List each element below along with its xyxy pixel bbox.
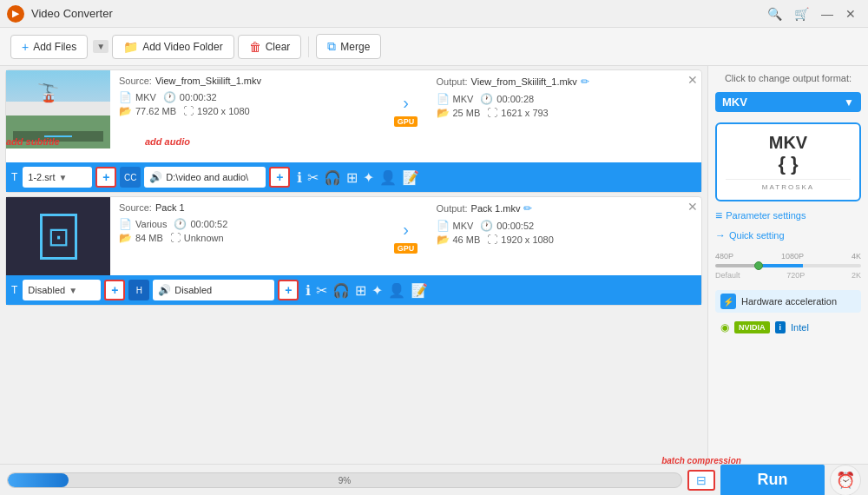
thumbnail-1: 🚡 <box>6 70 110 148</box>
quality-labels-bottom: Default 720P 2K <box>715 271 861 280</box>
format-preview-text: MKV <box>726 133 851 153</box>
add-files-dropdown[interactable]: ▼ <box>93 40 108 53</box>
batch-area: batch compression ⊟ <box>687 470 715 491</box>
progress-text: 9% <box>339 475 351 485</box>
main-area: 🚡 Source: View_from_Skiilift_1.mkv 📄 MKV <box>0 66 868 464</box>
schedule-button[interactable]: ⏰ <box>830 465 861 496</box>
cc-btn-1[interactable]: CC <box>120 167 141 188</box>
param-settings-icon: ≡ <box>715 208 722 222</box>
out-dur-1: 🕐 00:00:28 <box>480 93 534 105</box>
subtitle-select-2[interactable]: Disabled ▼ <box>23 280 101 300</box>
output-meta-2: 📄 MKV 🕐 00:00:52 <box>437 220 694 232</box>
res-icon-1: ⛶ <box>183 105 194 117</box>
intel-badge-icon: i <box>775 321 786 333</box>
h-btn-2[interactable]: H <box>128 280 149 300</box>
close-file-1[interactable]: ✕ <box>687 74 698 86</box>
app-icon: ▶ <box>7 5 24 23</box>
out-format-icon-1: 📄 <box>437 93 450 105</box>
file-output-1: Output: View_from_Skiilift_1.mkv ✏ 📄 MKV… <box>428 70 702 148</box>
close-icon[interactable]: ✕ <box>845 7 856 21</box>
file-item-2: ⊡ Source: Pack 1 📄 Various 🕐 <box>5 196 702 306</box>
cut-icon-2[interactable]: ✂ <box>316 282 327 299</box>
format-selector[interactable]: MKV ▼ <box>715 92 861 112</box>
cart-icon[interactable]: 🛒 <box>794 7 809 21</box>
subtitle-bar-2: T Disabled ▼ + H 🔊 Disabled + ℹ ✂ <box>6 275 701 305</box>
quality-slider-thumb[interactable] <box>754 261 763 270</box>
toolbar: + Add Files ▼ 📁 Add Video Folder 🗑 Clear… <box>0 28 868 66</box>
size-meta-2: 📂 84 MB <box>119 232 163 244</box>
watermark-icon-1[interactable]: 👤 <box>379 169 397 186</box>
add-audio-btn-1[interactable]: + <box>269 167 290 188</box>
format-meta-1: 📄 MKV <box>119 91 156 103</box>
edit-icon-1[interactable]: ✏ <box>581 76 589 88</box>
subtitle-edit-icon-1[interactable]: 📝 <box>402 169 419 186</box>
file-item-1: 🚡 Source: View_from_Skiilift_1.mkv 📄 MKV <box>5 69 702 193</box>
plus-icon: + <box>22 40 29 54</box>
thumbnail-2: ⊡ <box>6 197 110 275</box>
out-size-2: 📂 46 MB <box>437 234 481 246</box>
format-brand: MATROSKA <box>726 183 851 191</box>
audio-select-1[interactable]: 🔊 D:\video and audio\ <box>144 167 266 188</box>
close-file-2[interactable]: ✕ <box>687 201 698 213</box>
batch-compression-button[interactable]: ⊟ <box>687 470 715 491</box>
add-audio-btn-2[interactable]: + <box>278 280 299 300</box>
subtitle-select-1[interactable]: 1-2.srt ▼ <box>23 167 92 188</box>
out-size-icon-1: 📂 <box>437 107 450 119</box>
duration-meta-1: 🕐 00:00:32 <box>163 91 217 103</box>
annotations-1: add subtitle add audio <box>6 148 701 162</box>
output-meta-2b: 📂 46 MB ⛶ 1920 x 1080 <box>437 234 694 246</box>
out-size-1: 📂 25 MB <box>437 107 481 119</box>
file-list: 🚡 Source: View_from_Skiilift_1.mkv 📄 MKV <box>0 66 707 464</box>
output-meta-1: 📄 MKV 🕐 00:00:28 <box>437 93 694 105</box>
file-output-2: Output: Pack 1.mkv ✏ 📄 MKV 🕐 00:00:52 <box>428 197 702 275</box>
quality-slider-track[interactable] <box>715 264 861 267</box>
add-files-button[interactable]: + Add Files <box>10 35 88 59</box>
run-button[interactable]: Run <box>720 465 825 496</box>
batch-compression-annotation: batch compression <box>661 456 741 465</box>
crop-icon-2[interactable]: ⊞ <box>355 282 366 299</box>
app-title: Video Converter <box>31 7 767 20</box>
audio-select-2[interactable]: 🔊 Disabled <box>153 280 274 300</box>
hw-icon: ⚡ <box>720 294 736 309</box>
edit-icon-2[interactable]: ✏ <box>523 202 532 214</box>
add-video-folder-button[interactable]: 📁 Add Video Folder <box>112 35 234 59</box>
hw-accel-item[interactable]: ⚡ Hardware acceleration <box>715 290 861 313</box>
size-meta-1: 📂 77.62 MB <box>119 105 176 117</box>
nvidia-logo-icon: ◉ <box>720 321 729 333</box>
title-bar: ▶ Video Converter 🔍 🛒 — ✕ <box>0 0 868 28</box>
headphone-icon-2[interactable]: 🎧 <box>332 282 350 299</box>
add-subtitle-btn-2[interactable]: + <box>104 280 125 300</box>
output-meta-1b: 📂 25 MB ⛶ 1621 x 793 <box>437 107 694 119</box>
subtitle-edit-icon-2[interactable]: 📝 <box>411 282 428 299</box>
quick-setting-icon: → <box>715 229 726 241</box>
out-format-1: 📄 MKV <box>437 93 474 105</box>
quick-setting-row: → Quick setting <box>715 229 861 241</box>
search-titlebar-icon[interactable]: 🔍 <box>767 7 782 21</box>
format-meta-2: 📄 Various <box>119 218 167 230</box>
minimize-icon[interactable]: — <box>821 7 833 21</box>
quality-labels-top: 480P 1080P 4K <box>715 252 861 261</box>
format-preview-braces: { } <box>726 153 851 175</box>
param-settings[interactable]: ≡ Parameter settings <box>715 208 861 222</box>
meta-row-2b: 📂 84 MB ⛶ Unknown <box>119 232 376 244</box>
meta-row-1: 📄 MKV 🕐 00:00:32 <box>119 91 376 103</box>
clear-button[interactable]: 🗑 Clear <box>238 35 302 59</box>
watermark-icon-2[interactable]: 👤 <box>388 282 405 299</box>
fx-icon-2[interactable]: ✦ <box>372 282 383 299</box>
headphone-icon-1[interactable]: 🎧 <box>324 169 341 186</box>
out-dur-2: 🕐 00:00:52 <box>480 220 534 232</box>
merge-button[interactable]: ⧉ Merge <box>316 34 381 59</box>
output-row-1: Output: View_from_Skiilift_1.mkv ✏ <box>437 76 694 88</box>
info-icon-1[interactable]: ℹ <box>297 169 302 186</box>
crop-icon-1[interactable]: ⊞ <box>346 169 358 186</box>
gpu-badge-2: GPU <box>394 243 418 254</box>
cut-icon-1[interactable]: ✂ <box>307 169 319 186</box>
add-subtitle-btn-1[interactable]: + <box>95 167 116 188</box>
fx-icon-1[interactable]: ✦ <box>363 169 374 186</box>
clock-icon-1: 🕐 <box>163 91 176 103</box>
file-item-content-1: 🚡 Source: View_from_Skiilift_1.mkv 📄 MKV <box>6 70 701 148</box>
info-icon-2[interactable]: ℹ <box>306 282 311 299</box>
out-res-icon-1: ⛶ <box>487 107 497 119</box>
progress-fill <box>8 473 69 487</box>
folder-size-icon-1: 📂 <box>119 105 132 117</box>
